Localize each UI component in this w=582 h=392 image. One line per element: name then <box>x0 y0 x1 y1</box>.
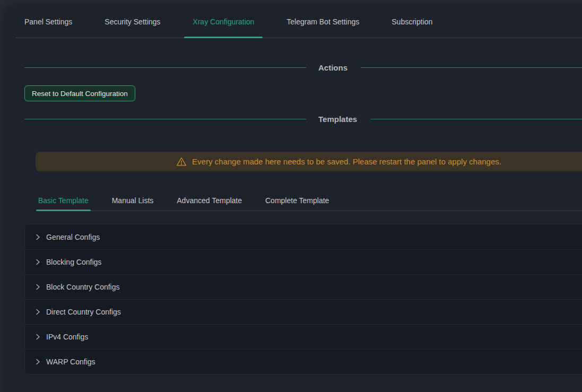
accordion-row-label: Block Country Configs <box>46 283 120 291</box>
chevron-right-icon <box>34 309 41 315</box>
main-tab-bar: Panel Settings Security Settings Xray Co… <box>16 5 582 38</box>
subtab-label: Manual Lists <box>112 196 154 205</box>
subtab-label: Complete Template <box>265 196 329 205</box>
accordion-row-direct-country-configs[interactable]: Direct Country Configs <box>25 299 582 324</box>
tab-subscription[interactable]: Subscription <box>383 5 441 38</box>
templates-divider-title: Templates <box>318 115 357 124</box>
accordion-row-general-configs[interactable]: General Configs <box>25 224 582 249</box>
chevron-right-icon <box>34 234 41 240</box>
tab-content: Actions Reset to Default Configuration T… <box>5 62 582 374</box>
accordion-row-blocking-configs[interactable]: Blocking Configs <box>25 249 582 274</box>
subtab-advanced-template[interactable]: Advanced Template <box>175 190 244 211</box>
tab-label: Telegram Bot Settings <box>286 18 359 26</box>
warning-triangle-icon <box>176 156 187 167</box>
accordion-row-label: WARP Configs <box>46 358 95 366</box>
configs-accordion: General Configs Blocking Configs Block C… <box>24 224 582 374</box>
warning-alert: Every change made here needs to be saved… <box>36 152 582 171</box>
tab-label: Panel Settings <box>24 18 72 26</box>
subtab-label: Basic Template <box>38 196 89 205</box>
subtab-label: Advanced Template <box>177 196 242 205</box>
actions-divider: Actions <box>24 62 582 73</box>
chevron-right-icon <box>34 259 41 265</box>
tab-panel-settings[interactable]: Panel Settings <box>16 5 81 38</box>
tab-label: Xray Configuration <box>193 18 254 26</box>
warning-alert-text: Every change made here needs to be saved… <box>192 157 501 166</box>
chevron-right-icon <box>34 359 41 365</box>
accordion-row-label: Direct Country Configs <box>46 308 121 316</box>
accordion-row-label: IPv4 Configs <box>46 333 88 341</box>
accordion-row-ipv4-configs[interactable]: IPv4 Configs <box>25 324 582 349</box>
tab-security-settings[interactable]: Security Settings <box>96 5 169 38</box>
tab-xray-configuration[interactable]: Xray Configuration <box>184 5 263 38</box>
accordion-row-warp-configs[interactable]: WARP Configs <box>25 349 582 374</box>
settings-card: Panel Settings Security Settings Xray Co… <box>5 5 582 392</box>
templates-divider: Templates <box>24 113 582 125</box>
tab-label: Security Settings <box>105 18 160 26</box>
subtab-complete-template[interactable]: Complete Template <box>263 190 331 211</box>
chevron-right-icon <box>34 284 41 290</box>
tab-telegram-bot-settings[interactable]: Telegram Bot Settings <box>278 5 368 38</box>
subtab-manual-lists[interactable]: Manual Lists <box>110 190 156 211</box>
actions-divider-title: Actions <box>318 63 348 72</box>
reset-to-default-button[interactable]: Reset to Default Configuration <box>24 85 135 101</box>
template-sub-tab-bar: Basic Template Manual Lists Advanced Tem… <box>36 190 582 211</box>
accordion-row-label: Blocking Configs <box>46 258 101 266</box>
accordion-row-label: General Configs <box>46 233 100 241</box>
chevron-right-icon <box>34 334 41 340</box>
tab-label: Subscription <box>392 18 432 26</box>
accordion-row-block-country-configs[interactable]: Block Country Configs <box>25 274 582 299</box>
subtab-basic-template[interactable]: Basic Template <box>36 190 91 211</box>
